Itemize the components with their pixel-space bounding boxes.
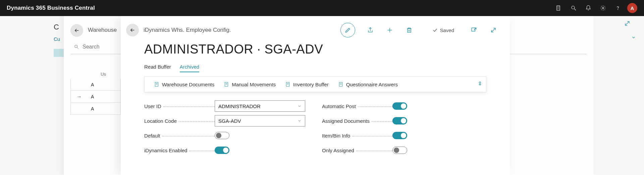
delete-icon[interactable]: [399, 23, 419, 37]
column-header: Us: [70, 70, 121, 79]
location-code-select[interactable]: SGA-ADV: [215, 115, 305, 126]
only-assigned-toggle[interactable]: [392, 147, 407, 154]
bg-title-fragment: C: [54, 23, 59, 31]
form-grid: User ID ADMINISTRADOR Location Code SGA-…: [121, 92, 510, 155]
popout-icon[interactable]: [464, 23, 484, 37]
bg-nav-fragment: Cu: [54, 36, 60, 42]
action-questionnaire-answers[interactable]: Questionnaire Answers: [333, 77, 402, 92]
user-avatar[interactable]: A: [627, 3, 637, 13]
new-icon[interactable]: [380, 23, 399, 37]
label-user-id: User ID: [144, 103, 163, 109]
label-location-code: Location Code: [144, 118, 178, 124]
assigned-documents-toggle[interactable]: [392, 117, 407, 124]
svg-point-17: [75, 45, 77, 48]
svg-point-10: [602, 7, 604, 9]
save-status: Saved: [432, 27, 454, 33]
label-only-assigned: Only Assigned: [322, 148, 356, 153]
back-button[interactable]: [126, 24, 139, 36]
table-row[interactable]: →A: [70, 91, 121, 103]
collapse-chevron-icon[interactable]: [629, 33, 639, 41]
svg-line-8: [574, 9, 576, 10]
help-icon[interactable]: [610, 0, 625, 16]
table-row[interactable]: A: [70, 103, 121, 115]
tab-read-buffer[interactable]: Read Buffer: [144, 64, 171, 72]
edit-button[interactable]: [340, 23, 355, 37]
notifications-icon[interactable]: [581, 0, 596, 16]
default-toggle[interactable]: [215, 132, 229, 139]
breadcrumb: iDynamics Whs. Employee Config.: [144, 27, 231, 33]
svg-line-27: [491, 28, 495, 32]
tab-bar: Read Buffer Archived: [121, 61, 510, 72]
record-card: iDynamics Whs. Employee Config. Saved AD…: [121, 16, 510, 175]
settings-icon[interactable]: [596, 0, 610, 16]
svg-line-12: [625, 21, 629, 25]
breadcrumb: Warehouse: [88, 27, 117, 33]
expand-icon[interactable]: [624, 20, 631, 28]
idynamics-enabled-toggle[interactable]: [215, 147, 229, 154]
environment-icon[interactable]: [551, 0, 566, 16]
svg-point-11: [618, 9, 618, 10]
expand-icon[interactable]: [484, 23, 503, 37]
app-header: Dynamics 365 Business Central A: [0, 0, 644, 16]
action-manual-movements[interactable]: Manual Movements: [219, 77, 280, 92]
svg-point-7: [572, 6, 575, 9]
label-automatic-post: Automatic Post: [322, 103, 357, 109]
page-title: ADMINISTRADOR · SGA-ADV: [121, 40, 510, 61]
search-icon[interactable]: [566, 0, 581, 16]
user-id-select[interactable]: ADMINISTRADOR: [215, 100, 305, 112]
search-placeholder: Search: [83, 44, 100, 50]
item-bin-info-toggle[interactable]: [392, 132, 407, 139]
share-icon[interactable]: [361, 23, 380, 37]
action-inventory-buffer[interactable]: Inventory Buffer: [280, 77, 333, 92]
list-table: Us A →A A: [70, 70, 121, 115]
app-title: Dynamics 365 Business Central: [7, 5, 95, 11]
label-idynamics-enabled: iDynamics Enabled: [144, 148, 189, 153]
action-warehouse-documents[interactable]: Warehouse Documents: [149, 77, 219, 92]
svg-rect-22: [408, 29, 411, 32]
pin-icon[interactable]: [477, 81, 483, 88]
label-assigned-documents: Assigned Documents: [322, 118, 371, 124]
svg-line-18: [77, 48, 78, 49]
action-bar: Warehouse Documents Manual Movements Inv…: [144, 76, 486, 92]
tab-archived[interactable]: Archived: [180, 64, 199, 72]
svg-rect-0: [557, 6, 560, 10]
table-row[interactable]: A: [70, 79, 121, 91]
automatic-post-toggle[interactable]: [392, 102, 407, 110]
label-default: Default: [144, 133, 162, 139]
label-item-bin-info: Item/Bin Info: [322, 133, 352, 139]
back-button[interactable]: [70, 24, 83, 37]
